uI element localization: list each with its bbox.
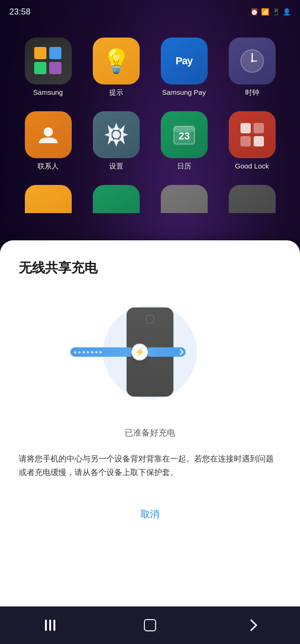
bar-dot-1	[74, 351, 76, 353]
svg-point-5	[112, 131, 120, 138]
settings-icon	[93, 111, 140, 158]
app-contacts[interactable]: 联系人	[18, 111, 79, 171]
calendar-label: 日历	[177, 162, 191, 171]
bottom-sheet: 无线共享充电 ⚡ 已准备好充电 请将您手机的中心与另一个设备	[0, 240, 300, 606]
svg-point-4	[44, 127, 53, 137]
settings-label: 设置	[109, 162, 123, 171]
svg-text:23: 23	[178, 130, 189, 142]
bar-dot-4	[87, 351, 89, 353]
clock-icon	[229, 38, 276, 84]
tips-icon: 💡	[93, 38, 140, 84]
alarm-icon: ⏰	[250, 8, 258, 15]
status-bar: 23:58 ⏰ 📶 📱 👤	[0, 0, 300, 23]
status-icons: ⏰ 📶 📱 👤	[250, 8, 291, 15]
app-tips[interactable]: 💡 提示	[86, 38, 147, 97]
contacts-label: 联系人	[38, 162, 59, 171]
bar-right	[148, 347, 186, 357]
nav-line-3	[53, 620, 55, 631]
nav-line-1	[45, 620, 47, 631]
pay-icon: Pay	[161, 38, 208, 84]
home-icon	[144, 619, 156, 631]
lightning-icon: ⚡	[135, 347, 145, 357]
samsung-label: Samsung	[33, 88, 63, 96]
sheet-title: 无线共享充电	[19, 259, 281, 277]
charging-bar: ⚡	[70, 345, 230, 359]
bar-dot-6	[95, 351, 98, 353]
calendar-icon: 23	[161, 111, 208, 158]
wifi-icon: 📶	[261, 8, 269, 15]
bar-dot-3	[82, 351, 85, 353]
goodlock-label: Good Lock	[235, 162, 269, 170]
bar-dot-2	[78, 351, 81, 353]
status-time: 23:58	[9, 7, 30, 17]
bar-left	[70, 347, 131, 357]
cancel-button[interactable]: 取消	[19, 503, 281, 525]
navigation-bar	[0, 606, 300, 644]
bar-center-circle: ⚡	[131, 344, 148, 360]
home-button[interactable]	[136, 616, 164, 635]
svg-rect-13	[254, 136, 264, 146]
signal-icon: 📱	[272, 8, 280, 15]
app-samsungpay[interactable]: Pay Samsung Pay	[154, 38, 215, 97]
app-settings[interactable]: 设置	[86, 111, 147, 171]
phone-camera	[146, 315, 154, 323]
goodlock-icon	[229, 111, 276, 158]
bar-arrow	[177, 349, 184, 355]
bar-dot-7	[99, 351, 102, 353]
nav-line-2	[49, 620, 51, 631]
recent-apps-icon	[45, 620, 55, 631]
svg-rect-12	[240, 136, 251, 146]
svg-rect-11	[254, 123, 264, 133]
app-calendar[interactable]: 23 日历	[154, 111, 215, 171]
svg-point-3	[251, 60, 253, 62]
clock-label: 时钟	[245, 88, 259, 97]
recent-apps-button[interactable]	[36, 616, 64, 635]
app-grid: Samsung 💡 提示 Pay Samsung Pay	[0, 28, 300, 222]
app-row-2: 联系人 设置 23 日历	[14, 111, 286, 171]
app-samsung[interactable]: Samsung	[18, 38, 79, 97]
app-row-1: Samsung 💡 提示 Pay Samsung Pay	[14, 38, 286, 97]
charging-illustration: ⚡	[19, 296, 281, 408]
back-icon	[246, 619, 257, 631]
tips-label: 提示	[109, 88, 123, 97]
bar-dot-5	[91, 351, 93, 353]
app-row-partial	[14, 185, 286, 213]
charging-description: 请将您手机的中心与另一个设备背对背靠在一起。若您在连接时遇到问题或者充电缓慢，请…	[19, 452, 281, 480]
contacts-icon	[25, 111, 72, 158]
app-clock[interactable]: 时钟	[222, 38, 283, 97]
svg-rect-10	[240, 123, 251, 133]
app-goodlock[interactable]: Good Lock	[222, 111, 283, 171]
samsung-icon	[25, 38, 72, 84]
pay-label: Samsung Pay	[162, 88, 206, 96]
back-button[interactable]	[236, 616, 264, 635]
user-icon: 👤	[283, 8, 291, 15]
charging-status: 已准备好充电	[19, 427, 281, 438]
